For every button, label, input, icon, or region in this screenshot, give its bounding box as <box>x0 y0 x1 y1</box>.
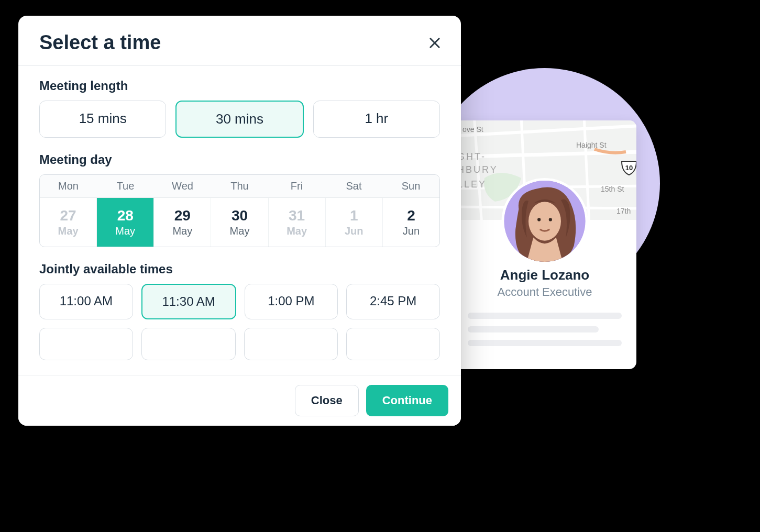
map-street-15th: 15th St <box>601 185 624 193</box>
dow-sun: Sun <box>382 175 439 197</box>
dow-tue: Tue <box>97 175 154 197</box>
day-30[interactable]: 30 May <box>211 198 268 247</box>
map-highway-label: 10 <box>625 164 633 172</box>
map-neigh-valley: LLEY <box>457 179 487 190</box>
day-2[interactable]: 2 Jun <box>383 198 439 247</box>
svg-point-10 <box>537 218 541 221</box>
map-preview: 10 ove St Haight St 15th St 17th GHT- HB… <box>453 120 636 220</box>
slot-placeholder[interactable] <box>39 328 133 360</box>
available-times-label: Jointly available times <box>39 262 440 276</box>
svg-point-9 <box>528 202 561 240</box>
map-neigh-1: GHT- <box>457 151 486 162</box>
meeting-length-label: Meeting length <box>39 79 440 93</box>
slot-placeholder[interactable] <box>346 328 440 360</box>
dow-mon: Mon <box>40 175 97 197</box>
map-street-17th: 17th <box>616 207 631 215</box>
length-option-15mins[interactable]: 15 mins <box>39 101 166 138</box>
profile-name: Angie Lozano <box>453 267 636 283</box>
map-street-haight: Haight St <box>576 141 607 149</box>
dow-thu: Thu <box>211 175 268 197</box>
profile-title: Account Executive <box>453 285 636 299</box>
meeting-day-label: Meeting day <box>39 152 440 167</box>
select-time-modal: Select a time Meeting length 15 mins 30 … <box>18 16 461 426</box>
day-27[interactable]: 27 May <box>40 198 97 247</box>
modal-header: Select a time <box>18 16 461 66</box>
close-button[interactable]: Close <box>295 385 359 416</box>
avatar <box>504 181 586 262</box>
meeting-length-options: 15 mins 30 mins 1 hr <box>39 101 440 138</box>
time-slots-row-2 <box>39 328 440 360</box>
close-icon[interactable] <box>427 36 442 50</box>
slot-placeholder[interactable] <box>244 328 338 360</box>
dow-wed: Wed <box>154 175 211 197</box>
continue-button[interactable]: Continue <box>366 385 448 416</box>
slot-placeholder[interactable] <box>141 328 235 360</box>
dow-sat: Sat <box>325 175 382 197</box>
profile-card: 10 ove St Haight St 15th St 17th GHT- HB… <box>453 120 636 369</box>
modal-footer: Close Continue <box>18 375 461 426</box>
slot-100pm[interactable]: 1:00 PM <box>245 284 338 319</box>
slot-1100am[interactable]: 11:00 AM <box>39 284 133 319</box>
svg-point-11 <box>549 218 552 221</box>
time-slots-row: 11:00 AM 11:30 AM 1:00 PM 2:45 PM <box>39 284 440 319</box>
modal-title: Select a time <box>39 31 161 54</box>
profile-skeleton <box>453 313 636 346</box>
day-1[interactable]: 1 Jun <box>326 198 383 247</box>
length-option-1hr[interactable]: 1 hr <box>313 101 440 138</box>
day-29[interactable]: 29 May <box>154 198 211 247</box>
calendar-strip: Mon Tue Wed Thu Fri Sat Sun 27 May 28 Ma… <box>39 174 440 247</box>
map-neigh-2: HBURY <box>457 164 498 175</box>
dow-fri: Fri <box>268 175 325 197</box>
length-option-30mins[interactable]: 30 mins <box>175 101 303 138</box>
day-28[interactable]: 28 May <box>97 198 154 247</box>
slot-245pm[interactable]: 2:45 PM <box>346 284 440 319</box>
day-31[interactable]: 31 May <box>269 198 326 247</box>
slot-1130am[interactable]: 11:30 AM <box>141 284 236 319</box>
map-street-grove: ove St <box>462 125 483 134</box>
